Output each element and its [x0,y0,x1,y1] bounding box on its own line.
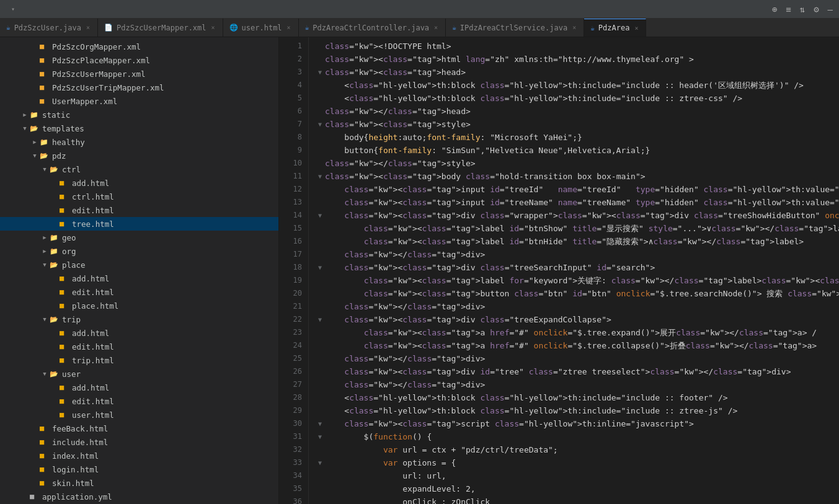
tree-arrow-geo[interactable]: ▶ [40,234,50,241]
code-line: class="kw"><class="tag">label id="btnHid… [309,235,839,248]
tree-label-add_place: add.html [72,274,273,283]
tree-item-ctrl[interactable]: ▼📂ctrl [0,162,278,176]
tree-item-add_user[interactable]: ■add.html [0,381,278,394]
tree-item-feeBack[interactable]: ■feeBack.html [0,422,278,435]
code-line: class="kw"><class="tag">button class="bt… [309,287,839,300]
fold-indicator[interactable]: ▼ [316,430,324,443]
tree-item-edit_ctrl[interactable]: ■edit.html [0,203,278,217]
fold-indicator[interactable]: ▼ [316,209,324,222]
tree-item-application[interactable]: ■application.yml [0,490,278,503]
tree-item-healthy[interactable]: ▶📁healthy [0,135,278,149]
tab-tab6[interactable]: ☕PdzArea× [584,19,646,37]
tab-close-tab1[interactable]: × [85,23,91,32]
fold-indicator[interactable]: ▼ [316,456,324,469]
tree-item-edit_user[interactable]: ■edit.html [0,394,278,408]
code-line: ▼ class="kw"><class="tag">div class="wra… [309,209,839,222]
fold-indicator[interactable]: ▼ [316,118,324,131]
tab-label-tab2: PdzSzcUserMapper.xml [117,24,206,32]
tree-icon-html: ■ [60,192,69,201]
code-area[interactable]: class="kw"><!DOCTYPE html>class="kw"><cl… [309,37,839,504]
tab-tab1[interactable]: ☕PdzSzcUser.java× [0,19,98,37]
tree-arrow-user[interactable]: ▼ [40,371,50,377]
tree-item-place[interactable]: ▼📂place [0,258,278,272]
tree-item-PdzSzcPlaceMapper[interactable]: ■PdzSzcPlaceMapper.xml [0,53,278,67]
tree-icon-html: ■ [40,479,50,487]
code-line: <class="hl-yellow">th:block class="hl-ye… [309,391,839,404]
tree-item-static[interactable]: ▶📁static [0,108,278,122]
tab-tab4[interactable]: ☕PdzAreaCtrlController.java× [299,19,446,37]
fold-indicator[interactable]: ▼ [316,261,324,274]
tree-item-trip[interactable]: ▼📂trip [0,312,278,326]
tree-item-login[interactable]: ■login.html [0,462,278,476]
line-number: 24 [279,339,302,352]
tree-item-place_html[interactable]: ■place.html [0,299,278,312]
tab-close-tab2[interactable]: × [210,23,216,32]
tree-arrow-place[interactable]: ▼ [40,262,50,268]
tree-item-geo[interactable]: ▶📁geo [0,231,278,244]
tree-item-add_trip[interactable]: ■add.html [0,326,278,340]
line-number: 19 [279,274,302,287]
tree-item-add_place[interactable]: ■add.html [0,272,278,285]
tab-label-tab6: PdzArea [598,24,630,32]
tree-item-pdz[interactable]: ▼📂pdz [0,149,278,162]
tree-icon-html: ■ [60,206,69,214]
fold-indicator[interactable]: ▼ [316,170,324,183]
tree-item-include[interactable]: ■include.html [0,435,278,449]
tree-item-skin[interactable]: ■skin.html [0,476,278,490]
tree-item-ctrl_html[interactable]: ■ctrl.html [0,190,278,203]
tree-arrow-pdz[interactable]: ▼ [30,153,40,159]
tree-item-templates[interactable]: ▼📂templates [0,122,278,135]
tab-close-tab5[interactable]: × [571,23,577,32]
code-text: class="kw"><class="tag">head> [325,66,839,79]
tab-tab3[interactable]: 🌐user.html× [223,19,299,37]
tree-arrow-org[interactable]: ▶ [40,248,50,254]
tree-label-feeBack: feeBack.html [52,424,273,433]
line-number: 3 [279,66,302,79]
tree-icon-html: ■ [60,342,69,351]
tree-arrow-healthy[interactable]: ▶ [30,139,40,145]
tree-item-user_html[interactable]: ■user.html [0,408,278,422]
settings-icon[interactable]: ⚙ [814,4,819,14]
tab-bar: ☕PdzSzcUser.java×📄PdzSzcUserMapper.xml×🌐… [0,19,839,37]
sort-icon[interactable]: ⇅ [800,4,805,14]
tree-item-add_ctrl[interactable]: ■add.html [0,176,278,190]
tree-item-edit_trip[interactable]: ■edit.html [0,340,278,353]
tree-arrow-static[interactable]: ▶ [20,112,30,118]
project-chevron[interactable]: ▾ [11,6,15,12]
tree-arrow-templates[interactable]: ▼ [20,125,30,131]
tree-item-PdzSzcOrgMapper[interactable]: ■PdzSzcOrgMapper.xml [0,40,278,53]
tab-tab2[interactable]: 📄PdzSzcUserMapper.xml× [98,19,223,37]
tree-icon-folder: 📁 [50,234,60,242]
fold-indicator[interactable]: ▼ [316,66,324,79]
tree-icon-folder: 📂 [50,261,60,269]
tree-label-login: login.html [52,465,273,474]
tab-close-tab3[interactable]: × [286,23,292,32]
tree-item-index[interactable]: ■index.html [0,449,278,462]
tree-item-PdzSzcUserTripMapper[interactable]: ■PdzSzcUserTripMapper.xml [0,81,278,94]
tree-icon-folder: 📂 [30,125,40,133]
tree-item-org[interactable]: ▶📁org [0,244,278,258]
fold-indicator[interactable]: ▼ [316,417,324,430]
code-text: $(function() { [325,430,839,443]
code-text: class="kw"><class="tag">html lang="zh" x… [325,53,839,66]
code-line: class="kw"><class="tag">html lang="zh" x… [309,53,839,66]
tree-item-user[interactable]: ▼📂user [0,367,278,381]
tree-item-tree_html[interactable]: ■tree.html [0,217,278,231]
title-bar: ▾ ⊕ ≡ ⇅ ⚙ — [0,0,839,19]
tab-close-tab4[interactable]: × [433,23,439,32]
tree-item-edit_place[interactable]: ■edit.html [0,285,278,299]
tree-arrow-ctrl[interactable]: ▼ [40,166,50,172]
tree-arrow-trip[interactable]: ▼ [40,316,50,322]
tree-label-edit_user: edit.html [72,397,273,406]
fold-indicator[interactable]: ▼ [316,313,324,326]
tab-close-tab6[interactable]: × [633,24,639,33]
tree-item-UserMapper[interactable]: ■UserMapper.xml [0,94,278,108]
line-number: 28 [279,391,302,404]
tab-tab5[interactable]: ☕IPdzAreaCtrlService.java× [446,19,584,37]
minimize-icon[interactable]: — [828,4,833,14]
add-file-icon[interactable]: ⊕ [772,4,777,14]
code-text: class="kw"><class="tag">input id="treeId… [325,183,839,196]
tree-item-trip_html[interactable]: ■trip.html [0,353,278,367]
tree-item-PdzSzcUserMapper[interactable]: ■PdzSzcUserMapper.xml [0,67,278,81]
collapse-all-icon[interactable]: ≡ [786,4,791,14]
